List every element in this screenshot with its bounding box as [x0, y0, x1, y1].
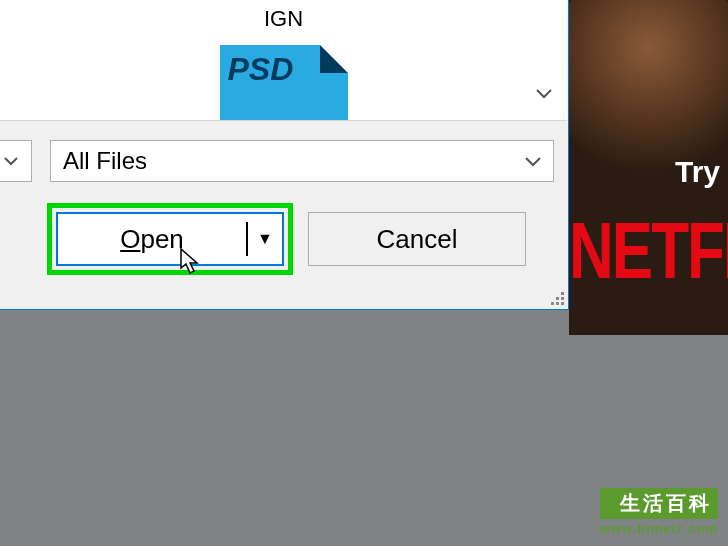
- cancel-button[interactable]: Cancel: [308, 212, 526, 266]
- advertisement-panel: Try NETFLIX: [569, 0, 728, 335]
- open-dropdown-arrow[interactable]: ▼: [248, 230, 282, 248]
- watermark: 生活百科 www.bimeiz.com: [600, 488, 718, 536]
- ad-brand-logo: NETFLIX: [569, 204, 728, 296]
- file-list-area: IGN PSD: [0, 0, 567, 121]
- watermark-url: www.bimeiz.com: [600, 521, 718, 536]
- file-type-value: All Files: [63, 147, 147, 175]
- watermark-title: 生活百科: [600, 488, 718, 519]
- open-button[interactable]: Open ▼: [56, 212, 284, 266]
- cursor-icon: [180, 248, 202, 276]
- file-type-select[interactable]: All Files: [50, 140, 554, 182]
- cancel-button-label: Cancel: [377, 224, 458, 255]
- scroll-down-button[interactable]: [531, 80, 557, 108]
- file-open-dialog: IGN PSD All Files Open ▼ Cancel: [0, 0, 569, 310]
- chevron-down-icon: [525, 151, 541, 172]
- resize-grip[interactable]: [548, 289, 564, 305]
- open-button-label: Open: [58, 224, 246, 255]
- psd-file-icon[interactable]: PSD: [220, 45, 348, 120]
- file-name-label[interactable]: IGN: [264, 6, 303, 32]
- filter-dropdown[interactable]: [0, 140, 32, 182]
- ad-try-text: Try: [675, 155, 720, 189]
- psd-icon-label: PSD: [228, 51, 294, 88]
- ad-portrait-image: [569, 0, 728, 180]
